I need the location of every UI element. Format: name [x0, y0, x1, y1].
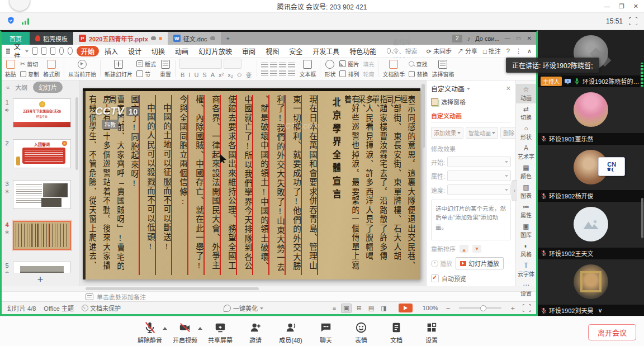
font-size-input[interactable] — [224, 59, 242, 69]
find-button[interactable]: 查找 — [409, 60, 428, 68]
copy-button[interactable]: 复制 — [20, 70, 39, 78]
shield-icon[interactable] — [7, 16, 15, 27]
thumbnail-scrollbar[interactable] — [75, 97, 78, 170]
strip-item-属性[interactable]: ≔属性 — [516, 201, 536, 221]
view-mode-icon-4[interactable]: ◨ — [379, 304, 388, 312]
strip-item-艺术字[interactable]: A艺术字 — [516, 143, 536, 162]
fill-button[interactable]: 填充 — [363, 60, 374, 68]
tab-store[interactable]: 稻壳模板 — [30, 32, 73, 45]
strip-item-切换[interactable]: ⇄切换 — [516, 103, 536, 123]
tab-presentation[interactable]: P 2020五四青年节.pptx — [73, 32, 168, 45]
menu-tab-特色功能[interactable]: 特色功能 — [345, 46, 381, 56]
menu-action-分享[interactable]: ↗ 分享 — [457, 46, 477, 55]
textbox-button[interactable]: 文本框 — [299, 60, 316, 78]
zoom-slider[interactable] — [459, 307, 501, 309]
menu-tab-切换[interactable]: 切换 — [147, 46, 169, 56]
zoom-level[interactable]: 100% — [423, 305, 438, 311]
number-list-icon[interactable] — [270, 63, 277, 68]
view-mode-icon-0[interactable]: ≡ — [331, 304, 338, 312]
font-style-button-x²[interactable]: x² — [217, 72, 225, 78]
arrange-button[interactable]: 排列 — [339, 70, 359, 78]
menu-tab-插入[interactable]: 插入 — [100, 46, 122, 56]
view-mode-icon-2[interactable]: ⊞ — [355, 304, 363, 312]
slideshow-button[interactable] — [399, 304, 413, 312]
newspaper-slide-image[interactable]: CCTV 10 科教 CCTV.com 表示同感的意思。這裏大隊便退出交民巷、經… — [83, 88, 420, 279]
toolbar-camera-off[interactable]: 开启视频 — [168, 320, 203, 344]
property-dropdown[interactable] — [447, 170, 511, 181]
menu-tab-安全[interactable]: 安全 — [285, 46, 307, 56]
auto-preview-checkbox[interactable] — [431, 274, 439, 282]
selection-pane-button[interactable]: 选择窗格 — [432, 60, 454, 78]
outline-button[interactable]: 轮廓 — [363, 70, 374, 78]
strip-item-云字体[interactable]: T云字体 — [516, 260, 536, 279]
add-effect-button[interactable]: 添加效果 — [431, 127, 463, 139]
layout-button[interactable]: 版式 — [136, 60, 156, 68]
fullscreen-icon[interactable] — [629, 17, 637, 25]
toolbar-emoji[interactable]: 表情 — [344, 320, 379, 344]
font-style-button-变[interactable]: 变 — [244, 70, 253, 79]
menu-action-批注[interactable]: □ 批注 — [483, 46, 501, 55]
reset-button[interactable]: 重置 — [160, 60, 171, 78]
menu-tab-开发工具[interactable]: 开发工具 — [308, 46, 344, 56]
replace-button[interactable]: 替换 — [409, 70, 428, 78]
menu-tab-审阅[interactable]: 审阅 — [238, 46, 260, 56]
minimize-button[interactable]: — — [604, 3, 610, 10]
speed-dropdown[interactable] — [447, 184, 511, 195]
beautify-button[interactable]: 一键美化 — [224, 304, 263, 312]
participant-tile-5[interactable]: 环设1902刘天昊∨ — [538, 259, 644, 316]
menu-tab-设计[interactable]: 设计 — [124, 46, 146, 56]
menu-tab-视图[interactable]: 视图 — [261, 46, 283, 56]
zoom-slider-knob[interactable] — [480, 305, 486, 311]
protect-status[interactable]: 文档未保护 — [82, 304, 121, 312]
theme-name[interactable]: Office 主题 — [44, 304, 74, 312]
participant-tile-3[interactable]: CN环设1902杨开俊 — [538, 145, 644, 201]
picture-button[interactable]: 图片 — [339, 60, 359, 68]
toolbar-docs[interactable]: 文档 — [379, 320, 414, 344]
floating-avatar-bubble[interactable] — [9, 0, 30, 11]
doc-assistant-button[interactable]: 文档助手 — [382, 60, 405, 78]
toolbar-mic-muted[interactable]: 解除静音 — [132, 320, 168, 344]
chevron-down-icon[interactable] — [467, 88, 470, 92]
align-right-icon[interactable] — [279, 70, 286, 75]
close-button[interactable]: ✕ — [633, 3, 638, 10]
align-center-icon[interactable] — [270, 70, 277, 75]
print-icon[interactable] — [50, 47, 55, 55]
zoom-in-button[interactable]: + — [510, 304, 515, 312]
move-up-button[interactable] — [460, 245, 468, 253]
more-icon[interactable]: ⋮ — [515, 48, 522, 55]
collapse-ribbon-icon[interactable]: ∧ — [527, 48, 532, 55]
sidebar-scrollbar[interactable] — [641, 198, 643, 238]
collapse-panel-button[interactable]: « — [6, 84, 10, 91]
paste-button[interactable]: 粘贴 — [5, 60, 16, 78]
slide-thumbnail-3[interactable] — [13, 180, 71, 209]
slides-tab[interactable]: 幻灯片 — [33, 82, 63, 93]
toolbar-invite[interactable]: 邀请 — [238, 320, 273, 344]
notes-bar[interactable]: 单击此处添加备注 — [2, 291, 536, 301]
leave-meeting-button[interactable]: 离开会议 — [588, 324, 636, 340]
output-icon[interactable] — [41, 47, 46, 55]
strip-item-形状[interactable]: ○形状 — [516, 123, 536, 143]
wps-minimize-button[interactable]: — — [505, 35, 510, 41]
font-style-button-I[interactable]: I — [187, 72, 191, 78]
font-style-button-◇[interactable]: ◇ — [236, 71, 243, 78]
play-from-current-button[interactable]: 从当前开始 — [68, 60, 96, 78]
menu-tab-幻灯片放映[interactable]: 幻灯片放映 — [194, 46, 236, 56]
strip-item-颜色[interactable]: ▦颜色 — [516, 162, 536, 182]
align-left-icon[interactable] — [261, 70, 268, 75]
menu-tab-开始[interactable]: 开始 — [77, 46, 99, 56]
add-slide-button[interactable]: + — [2, 273, 79, 286]
font-style-button-x₂[interactable]: x₂ — [226, 72, 234, 78]
network-signal-icon[interactable] — [22, 18, 29, 25]
maximize-button[interactable]: ❐ — [619, 3, 624, 10]
justify-icon[interactable] — [288, 70, 295, 75]
tab-document[interactable]: W 征文.doc — [168, 32, 221, 45]
slide-thumbnail-4[interactable] — [13, 221, 71, 250]
participant-tile-2[interactable]: 环设1901董乐然 — [538, 87, 644, 144]
redo-icon[interactable] — [68, 47, 73, 55]
font-style-button-S[interactable]: S — [201, 72, 207, 78]
zoom-out-button[interactable]: − — [446, 304, 451, 312]
menu-action-未同步[interactable]: ⟳ 未同步 — [427, 46, 452, 55]
strip-item-动画[interactable]: ☆动画 — [516, 84, 536, 103]
music-widget[interactable]: До сви... — [475, 35, 499, 42]
start-dropdown[interactable] — [447, 157, 511, 167]
